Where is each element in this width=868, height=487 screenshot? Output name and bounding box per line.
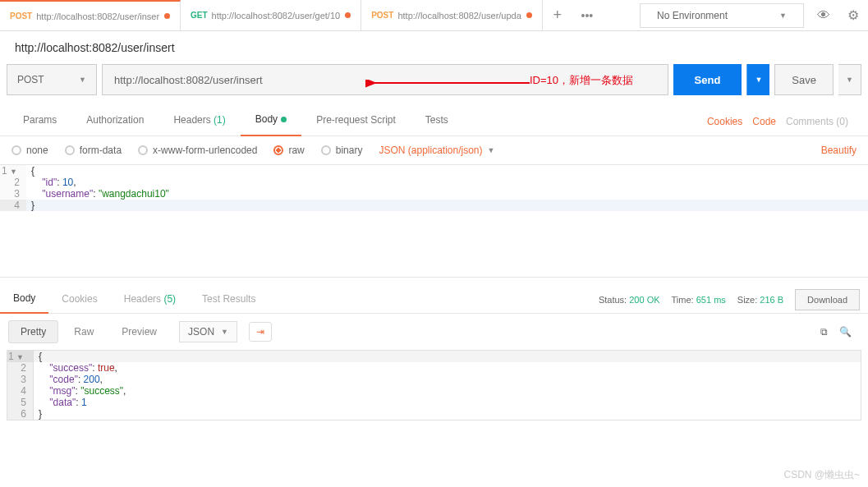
content-type-selector[interactable]: JSON (application/json)▼ [379,145,494,156]
comments-link[interactable]: Comments (0) [786,116,848,127]
annotation-text: ID=10，新增一条数据 [530,73,633,88]
env-label: No Environment [657,10,728,21]
search-icon[interactable]: 🔍 [839,326,852,338]
download-button[interactable]: Download [795,289,860,310]
view-preview[interactable]: Preview [109,320,169,343]
request-body-editor[interactable]: 1 ▼{ 2 "id": 10, 3 "username": "wangdach… [0,164,868,211]
tab-headers[interactable]: Headers (1) [158,108,240,136]
method-badge: GET [191,11,208,20]
settings-icon[interactable]: ⚙ [838,1,868,30]
response-body[interactable]: 1 ▼{ 2 "success": true, 3 "code": 200, 4… [7,350,861,420]
env-quicklook-icon[interactable]: 👁 [809,1,838,30]
resp-tab-body[interactable]: Body [0,286,48,314]
tab-url: http://localhost:8082/user/upda [397,11,521,21]
copy-icon[interactable]: ⧉ [820,326,828,338]
status-label: Status: 200 OK [599,295,660,305]
tab-1[interactable]: GET http://localhost:8082/user/get/10 [181,0,361,30]
body-type-binary[interactable]: binary [321,145,363,156]
tab-authorization[interactable]: Authorization [71,108,158,136]
annotation-arrow-icon [365,80,530,94]
request-title: http://localhost:8082/user/insert [0,31,868,64]
url-input[interactable]: http://localhost:8082/user/insert ID=10，… [102,64,668,95]
unsaved-dot-icon [164,13,170,19]
tab-0[interactable]: POST http://localhost:8082/user/inser [0,0,181,30]
resp-tab-cookies[interactable]: Cookies [48,287,110,313]
tab-body[interactable]: Body [241,107,301,136]
size-label: Size: 216 B [737,295,783,305]
tab-prerequest[interactable]: Pre-request Script [301,108,411,136]
cookies-link[interactable]: Cookies [707,116,742,127]
body-type-urlencoded[interactable]: x-www-form-urlencoded [138,145,257,156]
tab-2[interactable]: POST http://localhost:8082/user/upda [361,0,543,30]
resp-tab-headers[interactable]: Headers (5) [111,287,189,313]
chevron-down-icon: ▼ [779,11,787,20]
save-button[interactable]: Save [774,64,834,95]
request-tabs: POST http://localhost:8082/user/inser GE… [0,0,635,30]
save-dropdown[interactable]: ▼ [838,64,861,95]
chevron-down-icon: ▼ [79,76,86,84]
resp-format-selector[interactable]: JSON▼ [179,321,237,342]
code-link[interactable]: Code [752,116,776,127]
method-badge: POST [10,11,32,21]
view-raw[interactable]: Raw [62,320,106,343]
new-tab-button[interactable]: + [543,0,572,30]
tab-url: http://localhost:8082/user/get/10 [212,11,341,21]
send-dropdown[interactable]: ▼ [746,64,769,95]
view-pretty[interactable]: Pretty [8,320,58,343]
send-button[interactable]: Send [673,64,742,95]
unsaved-dot-icon [526,12,532,18]
wrap-lines-icon[interactable]: ⇥ [249,322,272,342]
tab-url: http://localhost:8082/user/inser [36,11,159,21]
tab-tests[interactable]: Tests [411,108,463,136]
environment-selector[interactable]: No Environment ▼ [640,3,804,28]
method-selector[interactable]: POST ▼ [7,64,97,95]
method-badge: POST [371,11,393,20]
unsaved-dot-icon [345,12,351,18]
body-type-raw[interactable]: raw [273,145,304,156]
more-tabs-button[interactable]: ••• [572,0,602,30]
body-type-formdata[interactable]: form-data [65,145,122,156]
resp-tab-tests[interactable]: Test Results [189,287,269,313]
body-type-none[interactable]: none [11,145,48,156]
beautify-link[interactable]: Beautify [821,145,857,156]
tab-params[interactable]: Params [8,108,71,136]
body-indicator-icon [281,117,287,122]
time-label: Time: 651 ms [672,295,726,305]
